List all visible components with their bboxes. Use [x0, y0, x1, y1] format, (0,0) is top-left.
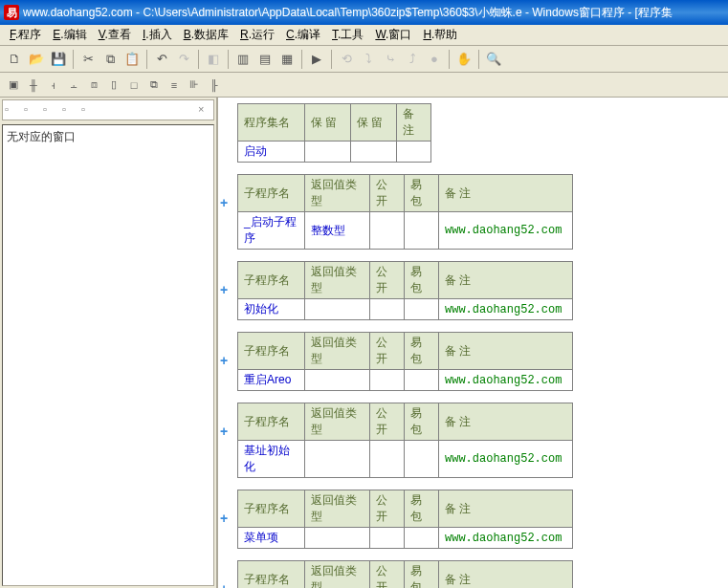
window-title: www.daohang52.com - C:\Users\Administrat…: [23, 5, 673, 21]
tree-close-icon[interactable]: ×: [198, 103, 211, 117]
menu-c[interactable]: C.编译: [280, 25, 326, 45]
t2-k[interactable]: ╟: [205, 76, 224, 95]
tree-btn-2[interactable]: ▫: [24, 103, 37, 117]
find-button[interactable]: 🔍: [483, 49, 504, 70]
debug-a-button[interactable]: ⟲: [336, 49, 357, 70]
sub-name[interactable]: 初始化: [238, 299, 305, 320]
sub-name[interactable]: 重启Areo: [238, 370, 305, 391]
menu-h[interactable]: H.帮助: [417, 25, 463, 45]
sub-remark[interactable]: www.daohang52.com: [439, 299, 573, 320]
layout-2-button[interactable]: ▤: [254, 49, 276, 70]
tool-a-button[interactable]: ◧: [203, 49, 224, 70]
menu-b[interactable]: B.数据库: [178, 25, 234, 45]
sub-ret[interactable]: 整数型: [305, 212, 370, 250]
tree-btn-4[interactable]: ▫: [62, 103, 76, 117]
expand-icon[interactable]: +: [220, 282, 232, 294]
menu-r[interactable]: R.运行: [234, 25, 280, 45]
expand-icon[interactable]: +: [220, 511, 232, 522]
sub-pub[interactable]: [370, 370, 405, 391]
left-pane: ▫ ▫ ▫ ▫ ▫ × 无对应的窗口: [0, 98, 218, 588]
tree-btn-1[interactable]: ▫: [5, 103, 18, 117]
t2-a[interactable]: ▣: [4, 76, 23, 95]
sub-pkg[interactable]: [405, 528, 439, 549]
sub-ret[interactable]: [305, 441, 370, 478]
menu-e[interactable]: E.编辑: [47, 25, 92, 45]
layout-3-button[interactable]: ▦: [276, 49, 298, 70]
sub-table-2: 子程序名返回值类型公开易包备 注重启Areowww.daohang52.com: [237, 332, 573, 391]
menu-i[interactable]: I.插入: [137, 25, 178, 45]
sub-table-1: 子程序名返回值类型公开易包备 注初始化www.daohang52.com: [237, 261, 573, 320]
t2-h[interactable]: ⧉: [144, 76, 164, 95]
expand-icon[interactable]: +: [220, 195, 232, 207]
menu-t[interactable]: T.工具: [326, 25, 369, 45]
sub-remark[interactable]: www.daohang52.com: [439, 212, 573, 250]
sub-pkg[interactable]: [405, 299, 439, 320]
sub-remark[interactable]: www.daohang52.com: [439, 441, 573, 478]
sub-ret[interactable]: [305, 299, 370, 320]
tree-body: 无对应的窗口: [2, 124, 214, 586]
menu-w[interactable]: W.窗口: [369, 25, 417, 45]
sub-table-3: 子程序名返回值类型公开易包备 注基址初始化www.daohang52.com: [237, 403, 573, 478]
program-set-table: 程序集名保 留保 留备 注启动: [237, 103, 431, 163]
paste-button[interactable]: 📋: [121, 49, 143, 70]
layout-1-button[interactable]: ▥: [232, 49, 254, 70]
window-titlebar: 易 www.daohang52.com - C:\Users\Administr…: [0, 0, 728, 25]
sub-pkg[interactable]: [405, 212, 439, 250]
expand-icon[interactable]: +: [220, 581, 232, 588]
tree-btn-3[interactable]: ▫: [43, 103, 56, 117]
t2-g[interactable]: □: [124, 76, 143, 95]
tree-btn-5[interactable]: ▫: [81, 103, 95, 117]
sub-remark[interactable]: www.daohang52.com: [439, 528, 573, 549]
cut-button[interactable]: ✂: [77, 49, 99, 70]
sub-pub[interactable]: [370, 441, 405, 478]
sub-pkg[interactable]: [405, 441, 439, 478]
step-into-button[interactable]: ⤷: [380, 49, 401, 70]
t2-d[interactable]: ⫠: [64, 76, 83, 95]
sub-pub[interactable]: [370, 528, 405, 549]
code-editor-pane[interactable]: 程序集名保 留保 留备 注启动✎+子程序名返回值类型公开易包备 注_启动子程序整…: [218, 98, 728, 588]
t2-b[interactable]: ╫: [24, 76, 43, 95]
program-set-name[interactable]: 启动: [238, 142, 305, 163]
toolbar-secondary: ▣ ╫ ⫞ ⫠ ⧈ ▯ □ ⧉ ≡ ⊪ ╟: [0, 73, 728, 98]
sub-table-4: 子程序名返回值类型公开易包备 注菜单项www.daohang52.com: [237, 490, 573, 549]
redo-button[interactable]: ↷: [173, 49, 194, 70]
run-button[interactable]: ▶: [306, 49, 327, 70]
sub-name[interactable]: 基址初始化: [238, 441, 305, 478]
copy-button[interactable]: ⧉: [99, 49, 121, 70]
sub-pub[interactable]: [370, 212, 405, 250]
undo-button[interactable]: ↶: [151, 49, 172, 70]
t2-j[interactable]: ⊪: [185, 76, 204, 95]
sub-pub[interactable]: [370, 299, 405, 320]
sub-name[interactable]: 菜单项: [238, 528, 305, 549]
menu-v[interactable]: V.查看: [93, 25, 137, 45]
open-file-button[interactable]: 📂: [26, 49, 47, 70]
hand-button[interactable]: ✋: [453, 49, 474, 70]
step-over-button[interactable]: ⤵: [358, 49, 379, 70]
toolbar-main: 🗋 📂 💾 ✂ ⧉ 📋 ↶ ↷ ◧ ▥ ▤ ▦ ▶ ⟲ ⤵ ⤷ ⤴ ● ✋ 🔍: [0, 46, 728, 73]
sub-table-0: 子程序名返回值类型公开易包备 注_启动子程序整数型www.daohang52.c…: [237, 174, 573, 250]
t2-e[interactable]: ⧈: [84, 76, 103, 95]
t2-f[interactable]: ▯: [104, 76, 123, 95]
sub-remark[interactable]: www.daohang52.com: [439, 370, 573, 391]
save-button[interactable]: 💾: [48, 49, 69, 70]
step-out-button[interactable]: ⤴: [402, 49, 423, 70]
expand-icon[interactable]: +: [220, 353, 232, 364]
sub-table-5: 子程序名返回值类型公开易包备 注启动功能www.daohang52.com: [237, 560, 573, 588]
tree-empty-text: 无对应的窗口: [7, 130, 76, 143]
t2-c[interactable]: ⫞: [44, 76, 63, 95]
sub-ret[interactable]: [305, 528, 370, 549]
sub-pkg[interactable]: [405, 370, 439, 391]
t2-i[interactable]: ≡: [165, 76, 184, 95]
sub-ret[interactable]: [305, 370, 370, 391]
sub-name[interactable]: _启动子程序: [238, 212, 305, 250]
tree-toolbar: ▫ ▫ ▫ ▫ ▫ ×: [2, 99, 214, 120]
new-file-button[interactable]: 🗋: [4, 49, 25, 70]
app-icon: 易: [4, 5, 19, 20]
breakpoint-button[interactable]: ●: [424, 49, 445, 70]
menubar: F.程序E.编辑V.查看I.插入B.数据库R.运行C.编译T.工具W.窗口H.帮…: [0, 25, 728, 46]
expand-icon[interactable]: +: [220, 424, 232, 435]
menu-f[interactable]: F.程序: [4, 25, 47, 45]
